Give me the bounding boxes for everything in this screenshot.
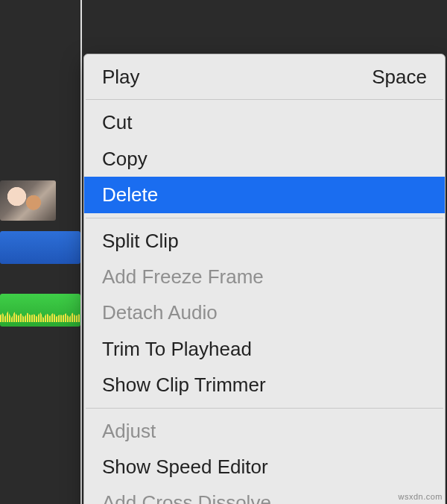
menu-item-show-clip-trimmer[interactable]: Show Clip Trimmer — [84, 367, 445, 403]
video-clip[interactable] — [0, 180, 56, 221]
menu-item-label: Trim To Playhead — [102, 336, 252, 362]
menu-item-label: Play — [102, 63, 140, 90]
menu-item-adjust: Adjust — [84, 413, 445, 449]
watermark: wsxdn.com — [398, 492, 443, 501]
menu-separator — [86, 99, 443, 100]
menu-separator — [86, 408, 443, 409]
menu-item-label: Cut — [102, 109, 132, 136]
menu-item-add-cross-dissolve: Add Cross Dissolve — [84, 485, 445, 504]
menu-separator — [86, 218, 443, 218]
audio-clip[interactable] — [0, 294, 80, 327]
menu-item-split-clip[interactable]: Split Clip — [84, 223, 445, 259]
menu-item-label: Show Clip Trimmer — [102, 371, 266, 398]
menu-item-label: Delete — [102, 181, 158, 208]
menu-item-label: Split Clip — [102, 227, 179, 254]
context-menu: Play Space Cut Copy Delete Split Clip Ad… — [83, 54, 446, 504]
menu-item-label: Copy — [102, 145, 148, 172]
menu-item-label: Detach Audio — [102, 299, 218, 326]
menu-item-cut[interactable]: Cut — [84, 104, 445, 140]
menu-item-label: Add Cross Dissolve — [102, 489, 271, 504]
clip-thumbnail — [0, 180, 56, 221]
menu-item-shortcut: Space — [372, 63, 427, 90]
menu-item-add-freeze-frame: Add Freeze Frame — [84, 259, 445, 294]
menu-item-play[interactable]: Play Space — [84, 59, 445, 95]
menu-item-copy[interactable]: Copy — [84, 141, 445, 177]
menu-item-label: Add Freeze Frame — [102, 263, 264, 290]
menu-item-label: Adjust — [102, 418, 156, 444]
playhead[interactable] — [80, 0, 82, 504]
menu-item-show-speed-editor[interactable]: Show Speed Editor — [84, 449, 445, 485]
title-clip[interactable] — [0, 231, 80, 264]
menu-item-delete[interactable]: Delete — [84, 177, 445, 212]
menu-item-trim-to-playhead[interactable]: Trim To Playhead — [84, 331, 445, 367]
menu-item-label: Show Speed Editor — [102, 453, 268, 480]
audio-waveform — [0, 309, 80, 322]
menu-item-detach-audio: Detach Audio — [84, 294, 445, 330]
